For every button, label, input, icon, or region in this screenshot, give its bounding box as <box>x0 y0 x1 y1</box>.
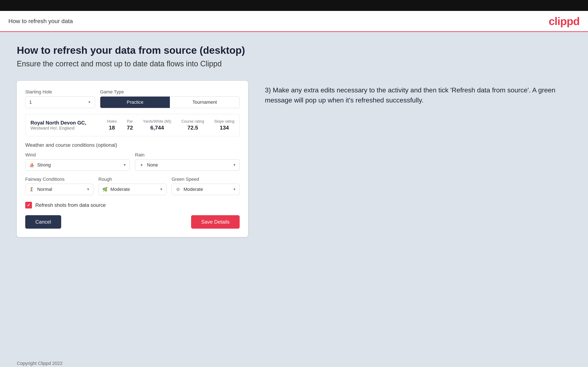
cancel-button[interactable]: Cancel <box>25 215 61 229</box>
green-speed-value: Moderate <box>183 187 230 192</box>
starting-hole-value: 1 <box>29 100 32 105</box>
side-description: 3) Make any extra edits necessary to the… <box>265 85 571 105</box>
game-type-label: Game Type <box>100 89 240 95</box>
main-content: How to refresh your data from source (de… <box>0 32 588 357</box>
check-icon: ✓ <box>27 203 30 208</box>
course-rating-stat: Course rating 72.5 <box>182 119 204 131</box>
fairway-select[interactable]: 🏌 Normal ▼ <box>25 184 93 195</box>
holes-stat: Holes 18 <box>107 119 117 131</box>
weather-section-title: Weather and course conditions (optional) <box>25 142 240 148</box>
starting-hole-chevron-icon: ▼ <box>88 100 91 104</box>
fairway-icon: 🏌 <box>29 186 35 192</box>
holes-label: Holes <box>107 119 117 124</box>
fairway-chevron-icon: ▼ <box>86 187 90 191</box>
fairway-label: Fairway Conditions <box>25 176 93 182</box>
copyright: Copyright Clippd 2022 <box>17 361 63 366</box>
rain-select[interactable]: ✦ None ▼ <box>135 159 240 171</box>
course-rating-label: Course rating <box>182 119 204 124</box>
page-title: How to refresh your data from source (de… <box>17 44 571 56</box>
fairway-value: Normal <box>37 187 84 192</box>
wind-select[interactable]: ⛵ Strong ▼ <box>25 159 130 171</box>
rough-value: Moderate <box>110 187 157 192</box>
yards-label: Yards/White (M)) <box>143 119 171 124</box>
rough-icon: 🌿 <box>102 186 108 192</box>
green-speed-select[interactable]: ⚙ Moderate ▼ <box>172 184 240 195</box>
wind-chevron-icon: ▼ <box>123 163 126 167</box>
wind-label: Wind <box>25 152 130 158</box>
par-value: 72 <box>127 125 133 131</box>
wind-value: Strong <box>37 162 121 168</box>
course-location: Westward Ho!, England <box>30 126 86 131</box>
rough-label: Rough <box>98 176 166 182</box>
rain-chevron-icon: ▼ <box>233 163 236 167</box>
breadcrumb: How to refresh your data <box>9 18 73 25</box>
wind-group: Wind ⛵ Strong ▼ <box>25 152 130 171</box>
par-label: Par <box>127 119 133 124</box>
slope-rating-label: Slope rating <box>214 119 234 124</box>
footer: Copyright Clippd 2022 <box>0 357 588 367</box>
green-speed-chevron-icon: ▼ <box>233 187 236 191</box>
holes-value: 18 <box>107 125 117 131</box>
wind-icon: ⛵ <box>29 162 35 168</box>
practice-button[interactable]: Practice <box>100 97 170 108</box>
content-row: Starting Hole 1 ▼ Game Type Practice Tou… <box>17 81 571 237</box>
green-speed-icon: ⚙ <box>175 186 181 192</box>
course-details: Royal North Devon GC, Westward Ho!, Engl… <box>30 120 86 131</box>
course-stats: Holes 18 Par 72 Yards/White (M)) 6,744 C… <box>107 119 234 131</box>
game-type-group: Game Type Practice Tournament <box>100 89 240 108</box>
course-rating-value: 72.5 <box>182 125 204 131</box>
tournament-button[interactable]: Tournament <box>170 97 239 108</box>
course-info: Royal North Devon GC, Westward Ho!, Engl… <box>25 114 240 136</box>
page-subtitle: Ensure the correct and most up to date d… <box>17 59 571 68</box>
refresh-checkbox[interactable]: ✓ <box>25 202 32 209</box>
form-actions: Cancel Save Details <box>25 215 240 229</box>
slope-rating-stat: Slope rating 134 <box>214 119 234 131</box>
fairway-group: Fairway Conditions 🏌 Normal ▼ <box>25 176 93 195</box>
wind-rain-row: Wind ⛵ Strong ▼ Rain ✦ None ▼ <box>25 152 240 171</box>
yards-value: 6,744 <box>143 125 171 131</box>
form-card: Starting Hole 1 ▼ Game Type Practice Tou… <box>17 81 248 237</box>
top-form-row: Starting Hole 1 ▼ Game Type Practice Tou… <box>25 89 240 108</box>
rough-select[interactable]: 🌿 Moderate ▼ <box>98 184 166 195</box>
rain-group: Rain ✦ None ▼ <box>135 152 240 171</box>
page-header: How to refresh your data clippd <box>0 11 588 32</box>
course-name: Royal North Devon GC, <box>30 120 86 126</box>
green-speed-group: Green Speed ⚙ Moderate ▼ <box>172 176 240 195</box>
par-stat: Par 72 <box>127 119 133 131</box>
refresh-checkbox-label: Refresh shots from data source <box>35 202 106 208</box>
starting-hole-select[interactable]: 1 ▼ <box>25 96 95 108</box>
green-speed-label: Green Speed <box>172 176 240 182</box>
rain-label: Rain <box>135 152 240 158</box>
rain-value: None <box>147 162 230 168</box>
yards-stat: Yards/White (M)) 6,744 <box>143 119 171 131</box>
side-text: 3) Make any extra edits necessary to the… <box>265 81 571 105</box>
refresh-checkbox-row: ✓ Refresh shots from data source <box>25 202 240 209</box>
rough-chevron-icon: ▼ <box>160 187 163 191</box>
starting-hole-group: Starting Hole 1 ▼ <box>25 89 95 108</box>
starting-hole-label: Starting Hole <box>25 89 95 95</box>
logo: clippd <box>549 15 579 27</box>
rough-group: Rough 🌿 Moderate ▼ <box>98 176 166 195</box>
save-button[interactable]: Save Details <box>191 215 240 229</box>
conditions-row: Fairway Conditions 🏌 Normal ▼ Rough 🌿 Mo… <box>25 176 240 195</box>
rain-icon: ✦ <box>138 162 144 168</box>
slope-rating-value: 134 <box>214 125 234 131</box>
game-type-buttons: Practice Tournament <box>100 96 240 108</box>
